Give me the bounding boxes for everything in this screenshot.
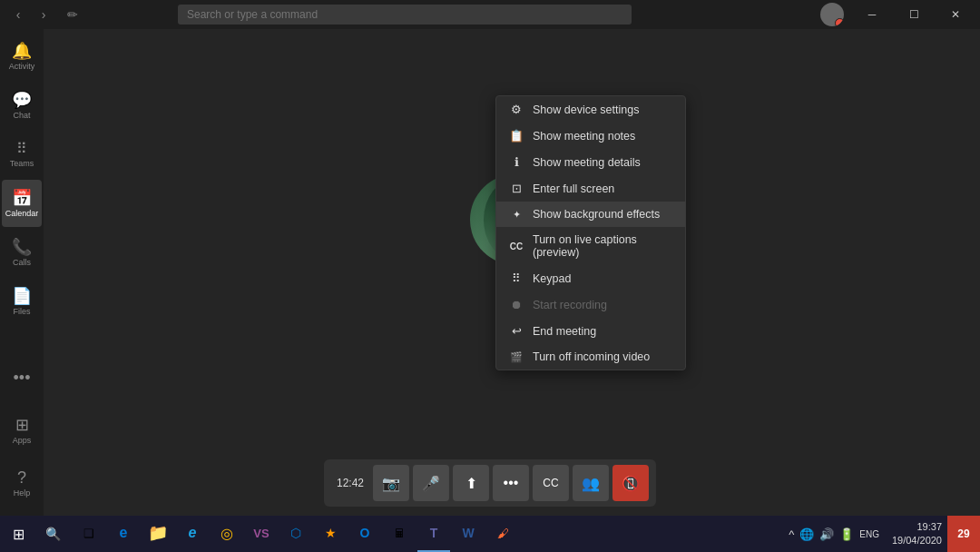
- searchbar[interactable]: [178, 5, 632, 25]
- recording-icon: ⏺: [509, 298, 524, 311]
- taskbar-taskview[interactable]: ❑: [73, 516, 105, 552]
- titlebar-controls: ─ ☐ ✕: [820, 0, 980, 29]
- menu-item-live-captions[interactable]: CC Turn on live captions (preview): [496, 227, 685, 265]
- end-call-button[interactable]: 📵: [612, 465, 649, 501]
- mic-button[interactable]: 🎤: [413, 465, 449, 501]
- compose-icon[interactable]: ✏: [62, 7, 83, 22]
- full-screen-icon: ⊡: [509, 182, 524, 195]
- teams-taskbar-icon: T: [430, 526, 438, 540]
- menu-label-device-settings: Show device settings: [533, 104, 639, 116]
- video-icon: 📷: [382, 475, 400, 492]
- call-time: 12:42: [331, 477, 369, 489]
- live-captions-icon: CC: [509, 242, 524, 251]
- notification-badge[interactable]: 29: [947, 516, 980, 552]
- chat-icon: 💬: [12, 92, 32, 108]
- more-icon: •••: [14, 370, 31, 386]
- taskbar-outlook[interactable]: O: [348, 516, 381, 552]
- vs-icon: VS: [253, 527, 269, 540]
- minimize-button[interactable]: ─: [851, 0, 893, 29]
- menu-item-incoming-video[interactable]: 🎬 Turn off incoming video: [496, 344, 685, 370]
- menu-label-end-meeting: End meeting: [533, 325, 596, 338]
- word-icon: W: [462, 526, 474, 540]
- maximize-button[interactable]: ☐: [893, 0, 935, 29]
- end-call-icon: 📵: [622, 475, 640, 492]
- sidebar-item-apps[interactable]: ⊞ Apps: [2, 407, 42, 454]
- calculator-icon: 🖩: [394, 527, 406, 540]
- teams-icon: ⠿: [16, 142, 27, 156]
- taskbar-vs[interactable]: VS: [245, 516, 278, 552]
- tray-volume[interactable]: 🔊: [819, 527, 834, 541]
- tray-battery[interactable]: 🔋: [839, 527, 854, 541]
- ie-icon: e: [189, 525, 197, 541]
- vscode-icon: ⬡: [290, 526, 301, 540]
- taskbar-amazon[interactable]: ★: [314, 516, 347, 552]
- taskbar-clock[interactable]: 19:37 19/04/2020: [887, 520, 947, 548]
- menu-label-live-captions: Turn on live captions (preview): [533, 233, 672, 259]
- taskbar-word[interactable]: W: [452, 516, 485, 552]
- device-settings-icon: ⚙: [509, 103, 524, 116]
- forward-button[interactable]: ›: [33, 4, 54, 25]
- menu-label-start-recording: Start recording: [533, 299, 607, 311]
- menu-item-full-screen[interactable]: ⊡ Enter full screen: [496, 175, 685, 202]
- taskbar-edge[interactable]: e: [107, 516, 140, 552]
- sidebar-item-more[interactable]: •••: [2, 354, 42, 401]
- incoming-video-icon: 🎬: [509, 351, 524, 363]
- search-input[interactable]: [187, 8, 622, 21]
- sidebar-item-label-activity: Activity: [9, 62, 35, 71]
- menu-item-end-meeting[interactable]: ↩ End meeting: [496, 318, 685, 344]
- taskbar-tray: ^ 🌐 🔊 🔋 ENG: [781, 516, 887, 552]
- titlebar-nav: ‹ ›: [0, 4, 62, 25]
- tray-language[interactable]: ENG: [859, 529, 879, 539]
- sidebar-item-label-teams: Teams: [10, 159, 34, 168]
- taskbar-folder[interactable]: 📁: [142, 516, 174, 552]
- mic-icon: 🎤: [422, 475, 440, 492]
- start-button[interactable]: ⊞: [0, 516, 36, 552]
- calls-icon: 📞: [12, 239, 32, 255]
- sidebar-item-teams[interactable]: ⠿ Teams: [2, 131, 42, 178]
- menu-item-keypad[interactable]: ⠿ Keypad: [496, 265, 685, 291]
- end-meeting-icon: ↩: [509, 324, 524, 338]
- menu-item-meeting-details[interactable]: ℹ Show meeting details: [496, 149, 685, 175]
- taskview-icon: ❑: [83, 527, 94, 540]
- share-button[interactable]: ⬆: [453, 465, 489, 501]
- taskbar-calculator[interactable]: 🖩: [383, 516, 416, 552]
- taskbar-teams[interactable]: T: [417, 516, 450, 552]
- close-button[interactable]: ✕: [935, 0, 976, 29]
- avatar: [820, 3, 844, 26]
- sidebar-item-activity[interactable]: 🔔 Activity: [2, 33, 42, 80]
- meeting-notes-icon: 📋: [509, 129, 524, 143]
- taskbar-search-button[interactable]: 🔍: [36, 516, 69, 552]
- video-button[interactable]: 📷: [373, 465, 409, 501]
- sidebar-item-label-apps: Apps: [13, 436, 32, 445]
- taskbar-vscode[interactable]: ⬡: [279, 516, 312, 552]
- sidebar-item-files[interactable]: 📄 Files: [2, 278, 42, 325]
- tray-chevron[interactable]: ^: [789, 527, 794, 541]
- edge-icon: e: [120, 525, 128, 541]
- participants-button[interactable]: 👥: [573, 465, 609, 501]
- taskbar-ie[interactable]: e: [176, 516, 209, 552]
- menu-item-device-settings[interactable]: ⚙ Show device settings: [496, 96, 685, 123]
- sidebar-item-calendar[interactable]: 📅 Calendar: [2, 180, 42, 227]
- back-button[interactable]: ‹: [7, 4, 29, 25]
- menu-label-full-screen: Enter full screen: [533, 182, 614, 195]
- captions-button[interactable]: CC: [533, 465, 569, 501]
- more-button[interactable]: •••: [493, 465, 529, 501]
- help-icon: ?: [17, 469, 26, 486]
- context-menu: ⚙ Show device settings 📋 Show meeting no…: [495, 95, 686, 370]
- amazon-icon: ★: [325, 526, 337, 540]
- sidebar-item-label-calendar: Calendar: [5, 209, 39, 218]
- menu-label-meeting-notes: Show meeting notes: [533, 130, 635, 143]
- sidebar-item-label-calls: Calls: [13, 258, 31, 267]
- menu-item-start-recording: ⏺ Start recording: [496, 291, 685, 318]
- tray-network[interactable]: 🌐: [799, 527, 814, 541]
- sidebar-item-label-help: Help: [14, 488, 31, 498]
- taskbar-chrome[interactable]: ◎: [211, 516, 243, 552]
- menu-item-background-effects[interactable]: ✦ Show background effects: [496, 202, 685, 227]
- sidebar-item-calls[interactable]: 📞 Calls: [2, 229, 42, 276]
- files-icon: 📄: [12, 288, 32, 304]
- taskbar-paint[interactable]: 🖌: [486, 516, 519, 552]
- menu-item-meeting-notes[interactable]: 📋 Show meeting notes: [496, 123, 685, 149]
- sidebar-item-help[interactable]: ? Help: [2, 459, 42, 507]
- sidebar-item-chat[interactable]: 💬 Chat: [2, 82, 42, 129]
- meeting-details-icon: ℹ: [509, 155, 524, 169]
